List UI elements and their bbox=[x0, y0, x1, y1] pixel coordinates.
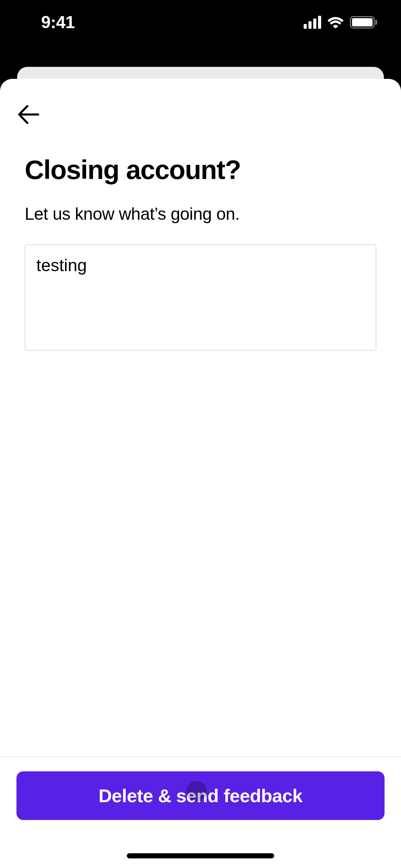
home-indicator bbox=[127, 853, 274, 858]
page-subtitle: Let us know what’s going on. bbox=[25, 204, 376, 224]
delete-send-feedback-button[interactable]: Delete & send feedback bbox=[16, 771, 385, 820]
primary-button-label: Delete & send feedback bbox=[98, 785, 302, 806]
status-time: 9:41 bbox=[41, 12, 75, 32]
modal-sheet: Closing account? Let us know what’s goin… bbox=[0, 79, 401, 868]
wifi-icon bbox=[327, 16, 344, 28]
page-title: Closing account? bbox=[25, 154, 376, 185]
arrow-left-icon bbox=[18, 105, 39, 124]
feedback-textarea-container[interactable] bbox=[25, 244, 376, 351]
status-bar: 9:41 bbox=[0, 0, 401, 45]
status-icons bbox=[304, 16, 377, 29]
content-area: Closing account? Let us know what’s goin… bbox=[0, 79, 401, 756]
cellular-signal-icon bbox=[304, 16, 321, 29]
feedback-textarea[interactable] bbox=[36, 255, 365, 340]
footer: Delete & send feedback bbox=[0, 756, 401, 868]
battery-icon bbox=[350, 16, 377, 28]
back-button[interactable] bbox=[18, 101, 45, 128]
